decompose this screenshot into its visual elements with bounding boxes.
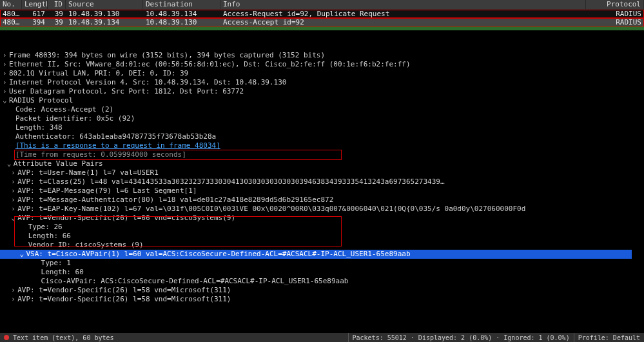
radius-code: Code: Access-Accept (2) [15,105,113,114]
cell-protocol: RADIUS [586,18,644,26]
status-bar: Text item (text), 60 bytes Packets: 5501… [0,333,644,342]
expand-icon[interactable]: › [11,286,17,295]
expand-icon[interactable]: › [11,177,17,186]
tree-row[interactable]: ›Internet Protocol Version 4, Src: 10.48… [3,78,644,87]
tree-row[interactable]: ›AVP: t=Class(25) l=48 val=434143533a303… [3,177,644,186]
col-header-length[interactable]: Length [22,0,48,9]
cell-info: Access-Accept id=92 [220,18,586,26]
col-header-id[interactable]: ID [48,0,66,9]
tree-row: Length: 66 [3,232,644,241]
col-header-destination[interactable]: Destination [143,0,220,9]
tree-row[interactable]: [This is a response to a request in fram… [3,141,644,150]
expand-icon[interactable]: › [3,69,9,78]
cell-dest: 10.48.39.130 [143,18,220,26]
vendor-type: Type: 26 [28,223,63,231]
cell-protocol: RADIUS [586,10,644,18]
tree-row[interactable]: ›AVP: t=EAP-Key-Name(102) l=67 val=\031f… [3,205,644,214]
tree-frame-summary: Frame 48039: 394 bytes on wire (3152 bit… [9,51,325,59]
cell-source: 10.48.39.130 [66,10,143,18]
cell-info: Access-Request id=92, Duplicate Request [220,10,586,18]
tree-row: Type: 26 [3,223,644,232]
vsa-cisco-pair: Cisco-AVPair: ACS:CiscoSecure-Defined-AC… [41,277,349,285]
packet-details-pane[interactable]: ›Frame 48039: 394 bytes on wire (3152 bi… [0,51,644,304]
tree-vlan: 802.1Q Virtual LAN, PRI: 0, DEI: 0, ID: … [9,69,188,77]
col-header-source[interactable]: Source [66,0,143,9]
expand-icon[interactable]: › [11,196,17,205]
tree-row: Cisco-AVPair: ACS:CiscoSecure-Defined-AC… [3,277,644,286]
tree-ip: Internet Protocol Version 4, Src: 10.48.… [9,78,286,86]
expand-icon[interactable]: ⌄ [20,250,26,259]
packet-row[interactable]: 480… 617 39 10.48.39.130 10.48.39.134 Ac… [0,10,644,18]
radius-packet-id: Packet identifier: 0x5c (92) [15,114,135,123]
radius-authenticator: Authenticator: 643ab1eaba94787735f73678a… [15,132,216,141]
vsa-cisco-avpair: VSA: t=Cisco-AVPair(1) l=60 val=ACS:Cisc… [26,250,411,258]
col-header-info[interactable]: Info [220,0,586,9]
response-link[interactable]: [This is a response to a request in fram… [15,141,220,150]
expand-icon[interactable]: › [3,87,9,96]
cell-dest: 10.48.39.134 [143,10,220,18]
tree-row: Authenticator: 643ab1eaba94787735f73678a… [3,132,644,141]
tree-row: Vendor ID: ciscoSystems (9) [3,241,644,250]
cell-no: 480… [0,10,22,18]
cell-source: 10.48.39.134 [66,18,143,26]
tree-row[interactable]: ⌄AVP: t=Vendor-Specific(26) l=66 vnd=cis… [3,214,644,223]
expand-icon[interactable]: › [3,60,9,69]
vsa-length: Length: 60 [41,268,84,276]
tree-row: [Time from request: 0.059994000 seconds] [3,150,644,159]
cell-id: 39 [48,18,66,26]
avp-header: Attribute Value Pairs [14,159,103,168]
avp-eap-key-name: AVP: t=EAP-Key-Name(102) l=67 val=\031f\… [17,205,525,213]
tree-row[interactable]: ⌄RADIUS Protocol [3,96,644,105]
tree-row: Length: 60 [3,268,644,277]
avp-eap-message: AVP: t=EAP-Message(79) l=6 Last Segment[… [17,186,197,195]
tree-row[interactable]: ›AVP: t=EAP-Message(79) l=6 Last Segment… [3,186,644,196]
expand-icon[interactable]: ⌄ [11,214,17,223]
expand-icon[interactable]: › [11,205,17,214]
vendor-id: Vendor ID: ciscoSystems (9) [28,241,144,249]
tree-row: Type: 1 [3,259,644,268]
tree-row: Code: Access-Accept (2) [3,105,644,114]
tree-row: Packet identifier: 0x5c (92) [3,114,644,123]
vendor-length: Length: 66 [28,232,71,240]
tree-ethernet: Ethernet II, Src: VMware_8d:01:ec (00:50… [9,60,411,68]
tree-row[interactable]: ›AVP: t=Message-Authenticator(80) l=18 v… [3,196,644,205]
cell-length: 617 [22,10,48,18]
cell-no: 480… [0,18,22,26]
expand-icon[interactable]: › [3,51,9,60]
tree-row[interactable]: ›Ethernet II, Src: VMware_8d:01:ec (00:5… [3,60,644,69]
tree-row[interactable]: ›802.1Q Virtual LAN, PRI: 0, DEI: 0, ID:… [3,69,644,78]
avp-vendor-cisco: AVP: t=Vendor-Specific(26) l=66 vnd=cisc… [17,214,235,222]
avp-vendor-ms: AVP: t=Vendor-Specific(26) l=58 vnd=Micr… [17,286,231,294]
tree-udp: User Datagram Protocol, Src Port: 1812, … [9,87,244,96]
status-packets: Packets: 55012 · Displayed: 2 (0.0%) · I… [348,333,574,342]
tree-radius: RADIUS Protocol [9,96,73,105]
expand-icon[interactable]: › [3,78,9,87]
tree-row: Length: 348 [3,123,644,132]
tree-row[interactable]: ›User Datagram Protocol, Src Port: 1812,… [3,87,644,96]
tree-row[interactable]: ›AVP: t=Vendor-Specific(26) l=58 vnd=Mic… [3,295,644,304]
divider [0,26,644,30]
tree-row[interactable]: ›Frame 48039: 394 bytes on wire (3152 bi… [3,51,644,60]
col-header-protocol[interactable]: Protocol [586,0,644,9]
cell-length: 394 [22,18,48,26]
expand-icon[interactable]: ⌄ [7,159,14,168]
status-profile[interactable]: Profile: Default [574,333,644,342]
time-from-request: [Time from request: 0.059994000 seconds] [15,150,186,159]
col-header-no[interactable]: No. [0,0,22,9]
cell-id: 39 [48,10,66,18]
expand-icon[interactable]: › [11,168,17,177]
expand-icon[interactable]: › [11,186,17,196]
packet-row[interactable]: 480… 394 39 10.48.39.134 10.48.39.130 Ac… [0,18,644,26]
expert-info-icon[interactable] [4,335,9,340]
expand-icon[interactable]: › [11,295,17,304]
tree-row[interactable]: ›AVP: t=Vendor-Specific(26) l=58 vnd=Mic… [3,286,644,295]
avp-class: AVP: t=Class(25) l=48 val=434143533a3032… [17,177,444,186]
tree-row[interactable]: ›AVP: t=User-Name(1) l=7 val=USER1 [3,168,644,177]
expand-icon[interactable]: ⌄ [3,96,9,105]
packet-list-header: No. Length ID Source Destination Info Pr… [0,0,644,10]
avp-user-name: AVP: t=User-Name(1) l=7 val=USER1 [17,168,159,177]
tree-row[interactable]: ⌄VSA: t=Cisco-AVPair(1) l=60 val=ACS:Cis… [3,250,644,259]
tree-row[interactable]: ⌄Attribute Value Pairs [3,159,644,168]
vsa-type: Type: 1 [41,259,71,267]
avp-vendor-ms: AVP: t=Vendor-Specific(26) l=58 vnd=Micr… [17,295,231,303]
